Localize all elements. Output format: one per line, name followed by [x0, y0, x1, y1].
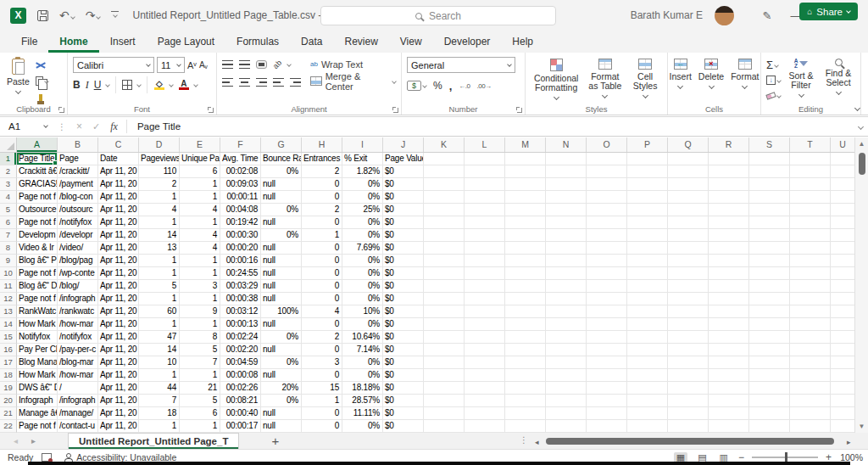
- increase-font-icon[interactable]: Aᵛ: [187, 60, 197, 70]
- cell-O2[interactable]: [587, 165, 627, 178]
- cell-Q15[interactable]: [668, 331, 709, 344]
- cell-T22[interactable]: [790, 420, 831, 433]
- cell-P22[interactable]: [627, 420, 668, 433]
- row-header-4[interactable]: 4: [0, 191, 17, 204]
- cell-M16[interactable]: [505, 344, 546, 356]
- column-header-D[interactable]: D: [139, 137, 180, 152]
- cell-H13[interactable]: 4: [302, 305, 342, 318]
- cell-H7[interactable]: 1: [302, 229, 342, 242]
- cell-M1[interactable]: [505, 153, 546, 165]
- cell-T13[interactable]: [790, 305, 831, 318]
- cell-O10[interactable]: [587, 267, 627, 280]
- cell-N9[interactable]: [546, 255, 587, 267]
- cell-G10[interactable]: null: [261, 267, 302, 280]
- cell-K17[interactable]: [424, 356, 465, 369]
- cell-E15[interactable]: 8: [180, 331, 220, 344]
- font-dialog-launcher[interactable]: [209, 108, 214, 113]
- cell-D22[interactable]: 1: [139, 420, 180, 433]
- redo-button[interactable]: ↷: [86, 9, 101, 21]
- cell-U4[interactable]: [831, 191, 854, 204]
- borders-icon[interactable]: [122, 80, 132, 90]
- cell-S20[interactable]: [749, 395, 790, 407]
- cell-J20[interactable]: $0: [383, 395, 424, 407]
- cell-J19[interactable]: $0: [383, 382, 424, 395]
- cell-L16[interactable]: [465, 344, 505, 356]
- cell-C8[interactable]: Apr 11, 20: [98, 242, 139, 255]
- align-middle-icon[interactable]: [239, 60, 250, 69]
- delete-cells-button[interactable]: × Delete: [697, 57, 726, 90]
- cell-O20[interactable]: [587, 395, 627, 407]
- cell-E21[interactable]: 6: [180, 407, 220, 420]
- cell-H20[interactable]: 1: [302, 395, 342, 407]
- cell-B4[interactable]: /blog-con: [58, 191, 98, 204]
- user-name[interactable]: Barath Kumar E: [631, 9, 703, 21]
- format-cells-button[interactable]: Format: [729, 57, 760, 90]
- cell-J12[interactable]: $0: [383, 293, 424, 305]
- cell-P8[interactable]: [627, 242, 668, 255]
- cell-T11[interactable]: [790, 280, 831, 293]
- cell-R2[interactable]: [709, 165, 749, 178]
- cell-M15[interactable]: [505, 331, 546, 344]
- cell-S21[interactable]: [749, 407, 790, 420]
- row-header-13[interactable]: 13: [0, 305, 17, 318]
- row-header-8[interactable]: 8: [0, 242, 17, 255]
- column-header-I[interactable]: I: [342, 137, 383, 152]
- cell-L17[interactable]: [465, 356, 505, 369]
- cell-C12[interactable]: Apr 11, 20: [98, 293, 139, 305]
- column-header-Q[interactable]: Q: [668, 137, 709, 152]
- cell-L21[interactable]: [465, 407, 505, 420]
- column-header-S[interactable]: S: [749, 137, 790, 152]
- cell-O6[interactable]: [587, 216, 627, 229]
- cell-O8[interactable]: [587, 242, 627, 255]
- tab-home[interactable]: Home: [48, 31, 98, 53]
- cell-G22[interactable]: null: [261, 420, 302, 433]
- cell-B7[interactable]: /developr: [58, 229, 98, 242]
- cell-C10[interactable]: Apr 11, 20: [98, 267, 139, 280]
- cell-Q18[interactable]: [668, 369, 709, 382]
- cell-K11[interactable]: [424, 280, 465, 293]
- cell-R17[interactable]: [709, 356, 749, 369]
- cell-E6[interactable]: 1: [180, 216, 220, 229]
- cell-R21[interactable]: [709, 407, 749, 420]
- cancel-entry-icon[interactable]: ×: [71, 120, 87, 132]
- cell-S16[interactable]: [749, 344, 790, 356]
- column-header-P[interactable]: P: [627, 137, 668, 152]
- cell-L3[interactable]: [465, 178, 505, 191]
- cell-G7[interactable]: 0%: [261, 229, 302, 242]
- cell-N14[interactable]: [546, 318, 587, 331]
- font-size-select[interactable]: 11: [157, 57, 185, 73]
- cell-U6[interactable]: [831, 216, 854, 229]
- cell-N13[interactable]: [546, 305, 587, 318]
- cell-O11[interactable]: [587, 280, 627, 293]
- cell-E22[interactable]: 1: [180, 420, 220, 433]
- expand-formula-bar-icon[interactable]: [858, 123, 864, 129]
- row-header-5[interactable]: 5: [0, 204, 17, 216]
- cell-J3[interactable]: $0: [383, 178, 424, 191]
- cell-E16[interactable]: 5: [180, 344, 220, 356]
- cell-G19[interactable]: 20%: [261, 382, 302, 395]
- cell-K21[interactable]: [424, 407, 465, 420]
- cell-R8[interactable]: [709, 242, 749, 255]
- cell-M19[interactable]: [505, 382, 546, 395]
- cell-D5[interactable]: 4: [139, 204, 180, 216]
- clipboard-dialog-launcher[interactable]: [59, 108, 64, 113]
- cell-I19[interactable]: 18.18%: [342, 382, 383, 395]
- cell-O15[interactable]: [587, 331, 627, 344]
- cell-N11[interactable]: [546, 280, 587, 293]
- cell-O7[interactable]: [587, 229, 627, 242]
- cell-Q4[interactable]: [668, 191, 709, 204]
- column-header-U[interactable]: U: [831, 137, 854, 152]
- cell-K3[interactable]: [424, 178, 465, 191]
- cell-O14[interactable]: [587, 318, 627, 331]
- cell-N2[interactable]: [546, 165, 587, 178]
- cell-O19[interactable]: [587, 382, 627, 395]
- cell-L7[interactable]: [465, 229, 505, 242]
- cell-M12[interactable]: [505, 293, 546, 305]
- cell-E17[interactable]: 7: [180, 356, 220, 369]
- scroll-up-icon[interactable]: ▲: [855, 140, 868, 148]
- cell-C2[interactable]: Apr 11, 20: [98, 165, 139, 178]
- column-header-L[interactable]: L: [465, 137, 505, 152]
- cell-N12[interactable]: [546, 293, 587, 305]
- cell-S3[interactable]: [749, 178, 790, 191]
- cell-S7[interactable]: [749, 229, 790, 242]
